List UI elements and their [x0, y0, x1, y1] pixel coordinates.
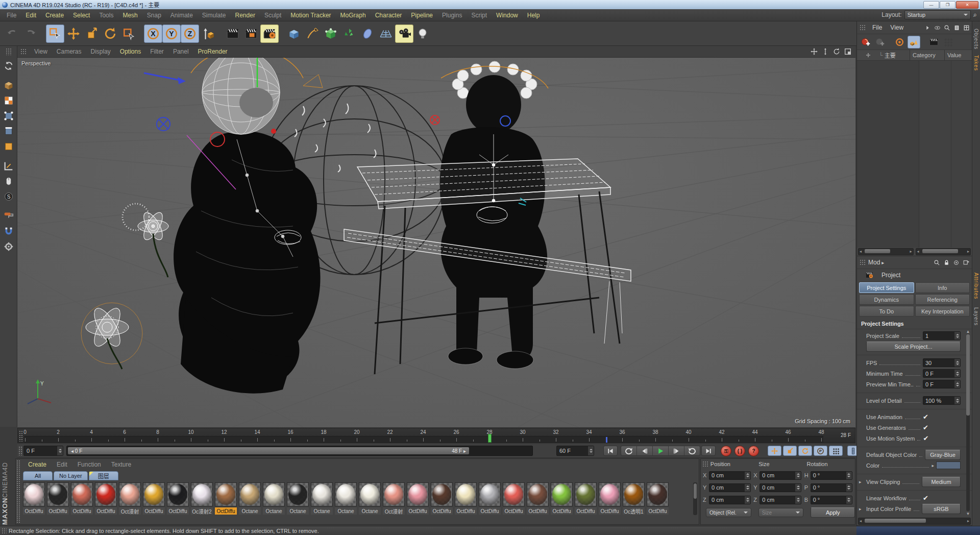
spinner-control[interactable] — [954, 380, 960, 388]
view-columns-icon[interactable] — [962, 23, 971, 32]
search-icon[interactable] — [933, 258, 941, 266]
viewport-filter-icon[interactable] — [1, 174, 16, 189]
material-menu-function[interactable]: Function — [72, 461, 106, 468]
take-list-area[interactable] — [857, 61, 972, 248]
add-generator-icon[interactable] — [322, 25, 340, 43]
menu-item-pipeline[interactable]: Pipeline — [406, 12, 437, 19]
move-tool-icon[interactable] — [64, 25, 83, 43]
material-name[interactable]: OctDiffu — [23, 507, 45, 515]
material-tile[interactable]: OctDiffu — [23, 482, 45, 515]
material-preview[interactable] — [407, 482, 429, 506]
om-menu-file[interactable]: File — [868, 24, 886, 31]
menu-item-edit[interactable]: Edit — [21, 12, 41, 19]
value-field[interactable]: 0 cm — [760, 496, 801, 504]
dropdown-gray-blue[interactable]: Gray-Blue — [925, 450, 961, 460]
key-parameter-button[interactable]: P — [814, 446, 827, 456]
point-mode-icon[interactable] — [1, 108, 16, 124]
material-tile[interactable]: OctDiffu — [599, 482, 621, 515]
redo-icon[interactable] — [21, 25, 40, 43]
material-name[interactable]: OctDiffu — [527, 507, 549, 515]
material-tile[interactable]: OctDiffu — [215, 482, 237, 515]
keying-help-button[interactable]: ? — [748, 446, 759, 456]
material-preview[interactable] — [311, 482, 333, 506]
spinner-control[interactable] — [846, 496, 852, 504]
material-preview[interactable] — [527, 482, 549, 506]
material-tile[interactable]: OctDiffu — [503, 482, 525, 515]
edge-mode-icon[interactable] — [1, 124, 16, 139]
search-icon[interactable] — [943, 23, 951, 32]
viewport-menu-filter[interactable]: Filter — [145, 48, 168, 55]
attribute-scrollbar[interactable]: ▲▼ — [965, 329, 971, 516]
material-name[interactable]: OctDiffu — [599, 507, 621, 515]
material-preview[interactable] — [479, 482, 501, 506]
material-tile[interactable]: Octane — [287, 482, 309, 515]
material-preview[interactable] — [119, 482, 141, 506]
layout-dropdown[interactable]: Startup — [904, 10, 971, 19]
om-menu-view[interactable]: View — [886, 24, 908, 31]
viewport-menu-cameras[interactable]: Cameras — [52, 48, 86, 55]
panel-tab-attributes[interactable]: Attributes — [973, 273, 979, 299]
material-preview[interactable] — [455, 482, 477, 506]
panel-tab-objects[interactable]: Objects — [973, 29, 979, 50]
spinner-control[interactable] — [954, 397, 960, 404]
material-name[interactable]: OctDiffu — [479, 507, 501, 515]
tool-options-icon[interactable] — [1, 239, 16, 254]
material-menu-texture[interactable]: Texture — [106, 461, 136, 468]
material-tile[interactable]: OctDiffu — [167, 482, 189, 515]
timeline-range-thumb[interactable]: ◂ 0 F48 F ▸ — [68, 447, 469, 454]
spinner-control[interactable] — [954, 359, 960, 367]
material-tile[interactable]: OctDiffu — [47, 482, 69, 515]
end-frame-field[interactable]: 60 F — [556, 446, 594, 456]
value-field[interactable]: 30 — [923, 358, 961, 367]
menu-item-snap[interactable]: Snap — [142, 12, 166, 19]
menu-item-file[interactable]: File — [2, 12, 21, 19]
material-preview[interactable] — [71, 482, 93, 506]
material-name[interactable]: Oc漫射2 — [191, 507, 213, 515]
last-tool-icon[interactable] — [119, 25, 138, 43]
material-name[interactable]: Octane — [263, 507, 285, 515]
lock-z-axis-icon[interactable]: Z — [181, 25, 199, 43]
menu-item-tools[interactable]: Tools — [94, 12, 118, 19]
material-name[interactable]: OctDiffu — [575, 507, 597, 515]
menu-item-simulate[interactable]: Simulate — [198, 12, 231, 19]
material-name[interactable]: OctDiffu — [167, 507, 189, 515]
add-camera-icon[interactable] — [395, 25, 413, 43]
material-preview[interactable] — [335, 482, 357, 506]
make-editable-icon[interactable] — [1, 58, 16, 74]
material-name[interactable]: OctDiffu — [143, 507, 165, 515]
layer-tab-all[interactable]: All — [23, 471, 53, 480]
tab-to-do[interactable]: To Do — [859, 306, 914, 317]
viewport-menu-prorender[interactable]: ProRender — [193, 48, 232, 55]
lock-x-axis-icon[interactable]: X — [144, 25, 162, 43]
coordinate-system-icon[interactable] — [199, 25, 217, 43]
checkbox-checked[interactable]: ✔ — [923, 494, 961, 502]
render-settings-icon[interactable] — [260, 25, 279, 43]
material-tile[interactable]: Octane — [239, 482, 261, 515]
column-header-category[interactable]: Category — [910, 50, 944, 60]
grip-icon[interactable] — [18, 446, 22, 455]
key-scale-button[interactable] — [783, 446, 797, 456]
material-name[interactable]: Octane — [311, 507, 333, 515]
material-tile[interactable]: OctDiffu — [431, 482, 453, 515]
material-tile[interactable]: Octane — [359, 482, 381, 515]
take-values-scrollbar[interactable]: ◂▸ — [916, 248, 971, 255]
material-tile[interactable]: Octane — [311, 482, 333, 515]
material-scrollbar[interactable] — [693, 482, 697, 515]
menu-item-select[interactable]: Select — [68, 12, 94, 19]
material-preview[interactable] — [143, 482, 165, 506]
spinner-control[interactable] — [57, 446, 63, 455]
material-tile[interactable]: Oc透明1 — [623, 482, 645, 515]
menu-item-plugins[interactable]: Plugins — [437, 12, 467, 19]
material-tile[interactable]: OctDiffu — [479, 482, 501, 515]
viewport-menu-display[interactable]: Display — [86, 48, 115, 55]
tab-key-interpolation[interactable]: Key Interpolation — [915, 306, 970, 317]
material-tile[interactable]: OctDiffu — [71, 482, 93, 515]
live-selection-icon[interactable] — [46, 25, 64, 43]
timeline-scrubber[interactable] — [488, 434, 492, 443]
timeline-range-slider[interactable]: ◂ 0 F48 F ▸ — [66, 446, 533, 456]
material-name[interactable]: Octane — [287, 507, 309, 515]
material-tile[interactable]: OctDiffu — [407, 482, 429, 515]
layer-tab-no-layer[interactable]: No Layer — [54, 471, 88, 480]
material-preview[interactable] — [623, 482, 645, 506]
spinner-control[interactable] — [846, 484, 852, 492]
